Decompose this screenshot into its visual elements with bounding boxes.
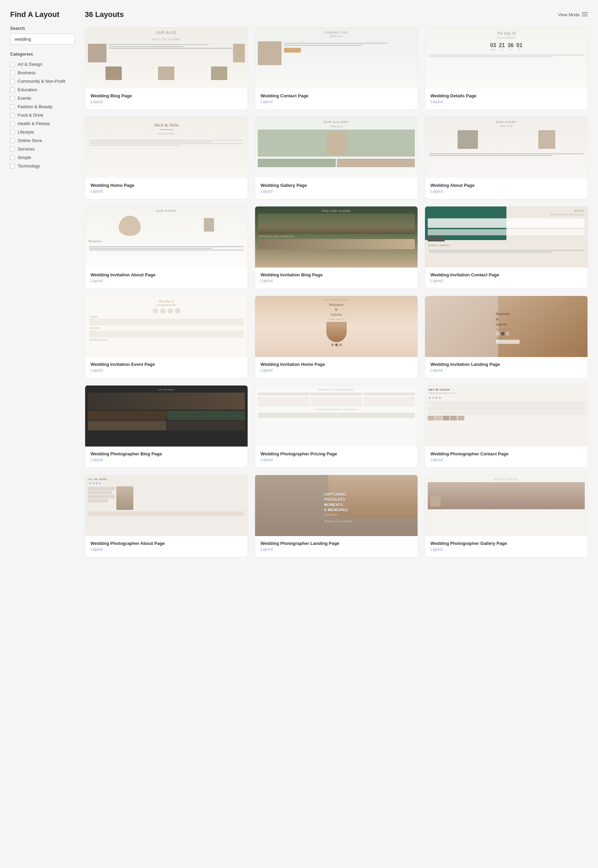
- layout-name: Wedding Photographer Pricing Page: [260, 451, 412, 456]
- checkbox-education[interactable]: [10, 88, 15, 92]
- category-label-technology: Technology: [18, 163, 40, 169]
- view-mode-button[interactable]: View Mode: [558, 12, 588, 17]
- layout-type: Layout: [431, 99, 582, 104]
- layout-name: Wedding Photographer Contact Page: [431, 451, 582, 456]
- layout-type: Layout: [91, 189, 242, 194]
- layout-card-photo-gallery[interactable]: HIGHLIGHTS Wedding Photographer Gallery …: [425, 475, 588, 558]
- layout-card-photo-about[interactable]: HI, I'M JOHN ★ ★ ★ ★: [85, 475, 248, 558]
- layout-type: Layout: [91, 547, 242, 552]
- sidebar-item-online-store[interactable]: Online Store: [10, 136, 75, 145]
- sidebar-item-lifestyle[interactable]: Lifestyle: [10, 128, 75, 136]
- sidebar-item-events[interactable]: Events: [10, 94, 75, 102]
- layout-card-photo-contact[interactable]: GET IN TOUCH hello@photographyname.com ★…: [425, 385, 588, 468]
- preview-inv-about: Our Story Benjamina: [85, 206, 248, 267]
- category-label-online-store: Online Store: [18, 138, 42, 143]
- preview-photo-gallery: HIGHLIGHTS: [425, 475, 588, 536]
- preview-wedding-contact: Contact US follow us on: [255, 27, 417, 88]
- layout-card-inv-home[interactable]: the couple presents Benjamin&Isabella Su…: [255, 296, 418, 379]
- search-input[interactable]: [10, 34, 75, 45]
- layout-info-wedding-blog: Wedding Blog Page Layout: [85, 88, 248, 109]
- layout-type: Layout: [91, 278, 242, 283]
- layout-card-inv-landing[interactable]: Benjamin&Isabella Sunday April to the Wh…: [425, 296, 588, 379]
- layout-name: Wedding Invitation Home Page: [260, 362, 412, 367]
- main-content: 36 Layouts View Mode Our Blog follow alo…: [85, 10, 588, 858]
- layout-card-photo-pricing[interactable]: PHOTO PACKAGES: [255, 385, 418, 468]
- sidebar-item-community[interactable]: Community & Non-Profit: [10, 77, 75, 85]
- layout-type: Layout: [431, 368, 582, 373]
- layout-info-inv-landing: Wedding Invitation Landing Page Layout: [425, 357, 588, 378]
- search-label: Search: [10, 26, 75, 31]
- category-label-community: Community & Non-Profit: [18, 79, 65, 84]
- sidebar-item-services[interactable]: Services: [10, 145, 75, 153]
- checkbox-food[interactable]: [10, 113, 15, 118]
- layout-card-wedding-home[interactable]: Mick & Della Our Story Wedding Home Page: [85, 116, 248, 199]
- category-label-simple: Simple: [18, 155, 31, 160]
- preview-photo-contact: GET IN TOUCH hello@photographyname.com ★…: [425, 386, 588, 447]
- checkbox-lifestyle[interactable]: [10, 130, 15, 134]
- layout-type: Layout: [260, 368, 412, 373]
- checkbox-online-store[interactable]: [10, 138, 15, 143]
- layout-card-inv-about[interactable]: Our Story Benjamina We: [85, 206, 248, 289]
- layout-card-inv-contact[interactable]: RSVP Please RSVP before March and to the…: [425, 206, 588, 289]
- layout-info-inv-home: Wedding Invitation Home Page Layout: [255, 357, 417, 378]
- category-label-events: Events: [18, 95, 31, 101]
- layout-card-photo-blog[interactable]: JOURNAL Wedding Photographer Blog Page L…: [85, 385, 248, 468]
- layouts-count: 36 Layouts: [85, 10, 124, 19]
- checkbox-community[interactable]: [10, 79, 15, 84]
- preview-photo-pricing: PHOTO PACKAGES: [255, 386, 417, 447]
- layout-info-wedding-gallery: Wedding Gallery Page Layout: [255, 178, 417, 199]
- layout-info-inv-contact: Wedding Invitation Contact Page Layout: [425, 267, 588, 289]
- checkbox-technology[interactable]: [10, 164, 15, 169]
- preview-wedding-about: Our Story follow along: [425, 117, 588, 178]
- layout-type: Layout: [260, 547, 412, 552]
- sidebar-item-business[interactable]: Business: [10, 69, 75, 77]
- sidebar: Find A Layout Search Categories Art & De…: [10, 10, 75, 858]
- preview-inv-blog: Follow Along The Road Less Traveled: [255, 206, 417, 267]
- view-mode-icon: [582, 12, 588, 17]
- preview-photo-about: HI, I'M JOHN ★ ★ ★ ★: [85, 475, 248, 536]
- category-label-art-design: Art & Design: [18, 62, 42, 67]
- layout-name: Wedding Photographer About Page: [91, 541, 242, 546]
- layout-card-wedding-gallery[interactable]: Our Gallery follow along: [255, 116, 418, 199]
- layout-name: Wedding Blog Page: [91, 93, 242, 98]
- checkbox-services[interactable]: [10, 147, 15, 152]
- checkbox-business[interactable]: [10, 70, 15, 75]
- layout-name: Wedding Invitation About Page: [91, 272, 242, 277]
- layout-card-inv-blog[interactable]: Follow Along The Road Less Traveled Wedd…: [255, 206, 418, 289]
- sidebar-item-education[interactable]: Education: [10, 85, 75, 94]
- layout-card-wedding-contact[interactable]: Contact US follow us on Wed: [255, 27, 418, 110]
- checkbox-health[interactable]: [10, 121, 15, 126]
- category-label-health: Health & Fitness: [18, 121, 50, 126]
- main-header: 36 Layouts View Mode: [85, 10, 588, 19]
- layout-name: Wedding Home Page: [91, 183, 242, 188]
- layout-card-wedding-blog[interactable]: Our Blog follow along: [85, 27, 248, 110]
- layout-info-wedding-home: Wedding Home Page Layout: [85, 178, 248, 199]
- layout-name: Wedding Invitation Landing Page: [431, 362, 582, 367]
- sidebar-item-food[interactable]: Food & Drink: [10, 111, 75, 119]
- checkbox-fashion[interactable]: [10, 104, 15, 109]
- preview-inv-landing: Benjamin&Isabella Sunday April to the Wh…: [425, 296, 588, 357]
- checkbox-simple[interactable]: [10, 155, 15, 160]
- layout-card-inv-event[interactable]: The Day of Sunday April to the When Wher…: [85, 296, 248, 379]
- layout-card-photo-landing[interactable]: CAPTURINGPRICELESSMOMENTS& MEMORIES SERV…: [255, 475, 418, 558]
- checkbox-events[interactable]: [10, 96, 15, 101]
- sidebar-item-simple[interactable]: Simple: [10, 153, 75, 162]
- sidebar-item-health[interactable]: Health & Fitness: [10, 119, 75, 128]
- layout-card-wedding-details[interactable]: The Day Of Countdown 03 days 21 hrs: [425, 27, 588, 110]
- preview-wedding-blog: Our Blog follow along: [85, 27, 248, 88]
- sidebar-item-technology[interactable]: Technology: [10, 162, 75, 170]
- layout-type: Layout: [431, 278, 582, 283]
- layout-type: Layout: [260, 278, 412, 283]
- category-label-education: Education: [18, 87, 37, 92]
- layout-card-wedding-about[interactable]: Our Story follow along Wedding About: [425, 116, 588, 199]
- sidebar-item-art-design[interactable]: Art & Design: [10, 60, 75, 69]
- categories-label: Categories: [10, 52, 75, 57]
- sidebar-item-fashion[interactable]: Fashion & Beauty: [10, 102, 75, 111]
- layout-info-photo-pricing: Wedding Photographer Pricing Page Layout: [255, 447, 417, 468]
- layout-name: Wedding Photographer Landing Page: [260, 541, 412, 546]
- checkbox-art-design[interactable]: [10, 62, 15, 67]
- layout-info-inv-about: Wedding Invitation About Page Layout: [85, 267, 248, 289]
- layout-name: Wedding Gallery Page: [260, 183, 412, 188]
- layout-info-photo-blog: Wedding Photographer Blog Page Layout: [85, 447, 248, 468]
- category-label-business: Business: [18, 70, 36, 75]
